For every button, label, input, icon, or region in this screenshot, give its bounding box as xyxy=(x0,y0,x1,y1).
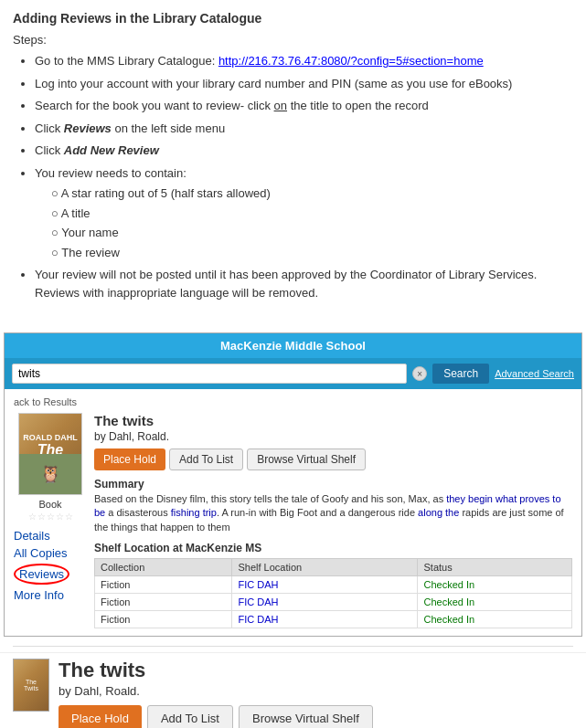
summary-text: Based on the Disney film, this story tel… xyxy=(94,492,572,534)
step-2: Log into your account with your library … xyxy=(35,75,573,93)
summary-section: Summary Based on the Disney film, this s… xyxy=(94,478,572,534)
add-to-list-button[interactable]: Add To List xyxy=(169,448,243,470)
cell-shelf: FIC DAH xyxy=(232,611,418,628)
cover-author-text: ROALD DAHL xyxy=(23,433,78,442)
bottom-book-title: The twits xyxy=(59,659,573,682)
book-author: by Dahl, Roald. xyxy=(94,430,572,443)
bottom-place-hold-button[interactable]: Place Hold xyxy=(59,705,142,728)
bottom-add-to-list-button[interactable]: Add To List xyxy=(147,705,233,728)
col-header-status: Status xyxy=(418,559,572,576)
bottom-browse-virtual-button[interactable]: Browse Virtual Shelf xyxy=(239,705,373,728)
book-title: The twits xyxy=(94,413,572,428)
page-title: Adding Reviews in the Library Catalogue xyxy=(13,11,573,26)
star-3: ☆ xyxy=(47,512,55,522)
divider xyxy=(13,646,573,647)
sidebar-item-reviews[interactable]: Reviews xyxy=(14,564,69,585)
book-type: Book xyxy=(38,499,61,510)
sub-list: A star rating out of 5 (half stars allow… xyxy=(35,185,573,261)
table-row: Fiction FIC DAH Checked In xyxy=(95,576,572,594)
bottom-book-author: by Dahl, Roald. xyxy=(59,684,573,698)
sub-item-2: A title xyxy=(51,205,573,223)
step-1-text: Go to the MMS Library Catalogue: xyxy=(35,54,218,68)
cell-shelf: FIC DAH xyxy=(232,576,418,594)
bottom-cover-text: TheTwits xyxy=(24,679,38,691)
cell-collection: Fiction xyxy=(95,576,232,594)
sidebar-item-allcopies[interactable]: All Copies xyxy=(14,546,87,560)
side-menu: Details All Copies Reviews More Info xyxy=(14,529,87,606)
shelf-section: Shelf Location at MacKenzie MS Collectio… xyxy=(94,542,572,628)
summary-title: Summary xyxy=(94,478,572,491)
catalogue-link[interactable]: http://216.73.76.47:8080/?config=5#secti… xyxy=(218,54,484,68)
star-rating: ☆ ☆ ☆ ☆ ☆ xyxy=(28,512,73,522)
cell-shelf: FIC DAH xyxy=(232,594,418,611)
col-header-shelf: Shelf Location xyxy=(232,559,418,576)
steps-label: Steps: xyxy=(13,33,573,47)
sidebar-item-moreinfo[interactable]: More Info xyxy=(14,588,87,602)
bottom-details: The twits by Dahl, Roald. Place Hold Add… xyxy=(59,659,573,728)
shelf-title: Shelf Location at MacKenzie MS xyxy=(94,542,572,554)
browse-virtual-button[interactable]: Browse Virtual Shelf xyxy=(247,448,366,470)
table-row: Fiction FIC DAH Checked In xyxy=(95,594,572,611)
place-hold-button[interactable]: Place Hold xyxy=(94,448,165,470)
bottom-book-cover: TheTwits xyxy=(13,659,49,712)
star-2: ☆ xyxy=(37,512,46,522)
action-buttons: Place Hold Add To List Browse Virtual Sh… xyxy=(94,448,572,470)
step-3: Search for the book you want to review- … xyxy=(35,97,573,115)
catalogue-record: ROALD DAHL TheTwits 🦉 Book ☆ ☆ ☆ ☆ ☆ Det… xyxy=(14,413,572,628)
cover-illustration: 🦉 xyxy=(19,454,81,494)
catalogue-header: MacKenzie Middle School xyxy=(5,333,581,358)
bottom-action-buttons: Place Hold Add To List Browse Virtual Sh… xyxy=(59,705,573,728)
cell-collection: Fiction xyxy=(95,611,232,628)
search-input[interactable] xyxy=(12,364,407,384)
step-7: Your review will not be posted until it … xyxy=(35,266,573,301)
search-button[interactable]: Search xyxy=(432,364,489,384)
star-1: ☆ xyxy=(28,512,37,522)
cell-status: Checked In xyxy=(418,594,572,611)
clear-icon[interactable]: × xyxy=(412,366,427,381)
sub-item-3: Your name xyxy=(51,224,573,242)
catalogue-widget: MacKenzie Middle School × Search Advance… xyxy=(4,332,582,637)
step-1: Go to the MMS Library Catalogue: http://… xyxy=(35,52,573,70)
sub-item-1: A star rating out of 5 (half stars allow… xyxy=(51,185,573,203)
sidebar-item-details[interactable]: Details xyxy=(14,529,87,543)
shelf-table: Collection Shelf Location Status Fiction… xyxy=(94,558,572,628)
advanced-search-link[interactable]: Advanced Search xyxy=(495,368,574,379)
step-5: Click Add New Review xyxy=(35,142,573,160)
book-cover: ROALD DAHL TheTwits 🦉 xyxy=(18,413,82,495)
steps-list: Go to the MMS Library Catalogue: http://… xyxy=(13,52,573,301)
step-4: Click Reviews on the left side menu xyxy=(35,120,573,138)
cell-status: Checked In xyxy=(418,576,572,594)
catalogue-body: ack to Results ROALD DAHL TheTwits 🦉 Boo… xyxy=(5,389,581,636)
cell-collection: Fiction xyxy=(95,594,232,611)
star-4: ☆ xyxy=(56,512,64,522)
bottom-section: TheTwits The twits by Dahl, Roald. Place… xyxy=(0,652,586,728)
step-6: You review needs to contain: A star rati… xyxy=(35,164,573,262)
star-5: ☆ xyxy=(65,512,73,522)
sub-item-4: The review xyxy=(51,244,573,262)
back-results[interactable]: ack to Results xyxy=(14,396,572,407)
col-header-collection: Collection xyxy=(95,559,232,576)
search-bar: × Search Advanced Search xyxy=(5,358,581,389)
cell-status: Checked In xyxy=(418,611,572,628)
record-main: The twits by Dahl, Roald. Place Hold Add… xyxy=(94,413,572,628)
table-row: Fiction FIC DAH Checked In xyxy=(95,611,572,628)
